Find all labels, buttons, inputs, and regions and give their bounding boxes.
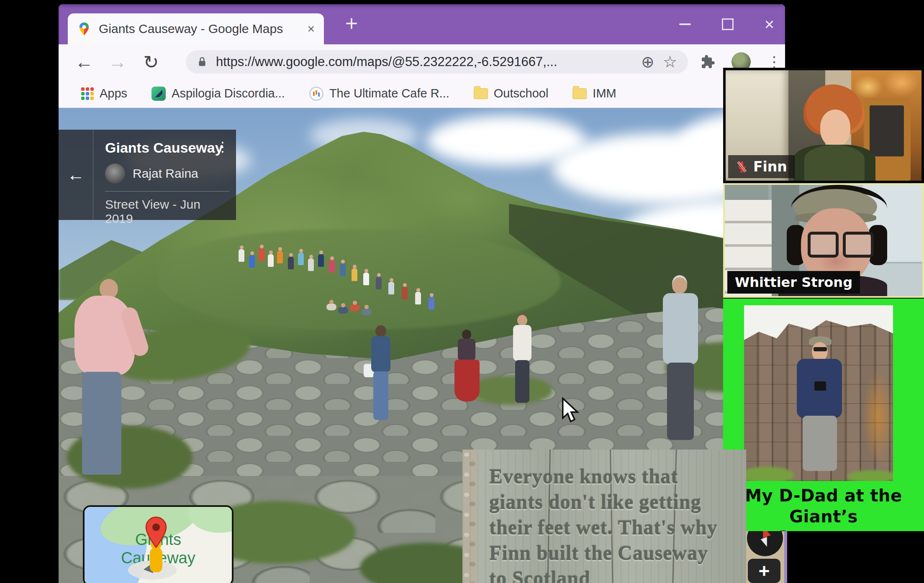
carved-sign-text: Everyone knows that giants don't like ge… <box>462 450 746 583</box>
bookmarks-bar: Apps Aspilogia Discordia... The Ultimate… <box>59 79 785 108</box>
lock-icon <box>197 56 208 68</box>
browser-window-edge <box>784 531 787 583</box>
sunglasses <box>814 347 827 351</box>
browser-tab[interactable]: Giants Causeway - Google Maps × <box>68 13 324 44</box>
person-right <box>657 277 703 449</box>
title-bar: Giants Causeway - Google Maps × + × <box>59 4 785 44</box>
cafe-site-icon <box>309 87 323 101</box>
participant-name-tag: Whittier Strong <box>727 271 860 294</box>
video-tile-green-screen[interactable]: My D-Dad at the Giant’s Causeway <box>723 298 924 531</box>
author-name: Rajat Raina <box>133 166 198 181</box>
minimize-icon[interactable] <box>679 23 691 25</box>
video-tile-finn[interactable]: Finn <box>723 68 924 183</box>
new-tab-button[interactable]: + <box>338 10 365 37</box>
forward-icon[interactable]: → <box>108 51 127 72</box>
bookmark-star-icon[interactable]: ☆ <box>663 53 677 71</box>
folder-icon <box>474 88 488 99</box>
carved-sign-image: Everyone knows that giants don't like ge… <box>462 450 746 583</box>
author-avatar <box>105 164 125 184</box>
url-text[interactable]: https://www.google.com/maps/@55.2322222,… <box>216 54 633 69</box>
bookmark-label: Aspilogia Discordia... <box>172 87 285 100</box>
map-parkland <box>188 505 234 533</box>
mic-muted-icon <box>736 160 748 174</box>
bookmark-folder[interactable]: Outschool <box>474 87 549 100</box>
person-walking <box>366 325 395 428</box>
window-controls: × <box>679 4 774 44</box>
bookmark-label: Apps <box>100 87 127 100</box>
bookmark-folder[interactable]: IMM <box>572 87 616 100</box>
map-pin-icon <box>142 516 170 550</box>
finn-shirt <box>793 145 875 183</box>
capture-date: Street View - Jun 2019 <box>105 197 229 226</box>
bookmark-label: IMM <box>593 87 616 100</box>
mini-map[interactable]: Giants Causeway <box>83 505 234 583</box>
participant-name: Whittier Strong <box>735 274 852 290</box>
glasses <box>808 232 874 258</box>
participant-name-tag: Finn <box>728 155 795 178</box>
bookmark-item[interactable]: Aspilogia Discordia... <box>151 87 285 101</box>
zoom-in-button[interactable]: + <box>748 559 780 583</box>
maximize-icon[interactable] <box>722 18 734 30</box>
place-title: Giants Causeway <box>105 140 229 156</box>
author-row: Rajat Raina <box>105 164 229 184</box>
divider <box>105 191 229 192</box>
apps-grid-icon <box>81 87 94 100</box>
back-icon[interactable]: ← <box>74 51 94 72</box>
person-red-skirt <box>452 330 482 403</box>
screen: Giants Causeway - Google Maps × + × ← → … <box>0 0 924 583</box>
tab-title: Giants Causeway - Google Maps <box>99 22 300 36</box>
participant-name: Finn <box>753 159 787 175</box>
bookmark-apps[interactable]: Apps <box>81 87 127 100</box>
mouse-cursor <box>562 397 582 425</box>
google-maps-favicon <box>77 22 91 36</box>
panel-menu-icon[interactable]: ⋮ <box>216 139 229 155</box>
finn-face <box>820 110 850 146</box>
bookmark-label: The Ultimate Cafe R... <box>329 87 449 100</box>
back-arrow-icon: ← <box>67 165 85 185</box>
back-button[interactable]: ← <box>59 130 93 220</box>
map-controls: + <box>746 531 785 583</box>
aspilogia-site-icon <box>151 87 166 101</box>
address-bar[interactable]: https://www.google.com/maps/@55.2322222,… <box>186 50 688 74</box>
extensions-puzzle-icon[interactable] <box>701 54 716 69</box>
person-pink-shirt <box>59 273 146 484</box>
camera <box>814 381 826 391</box>
browser-toolbar: ← → ↻ https://www.google.com/maps/@55.23… <box>59 44 785 79</box>
close-icon[interactable]: × <box>765 16 774 33</box>
bookmark-label: Outschool <box>494 87 549 100</box>
video-tile-whittier[interactable]: Whittier Strong <box>723 183 924 298</box>
reload-icon[interactable]: ↻ <box>141 51 161 73</box>
street-view-info-panel: ← Giants Causeway ⋮ Rajat Raina Street V… <box>59 130 236 220</box>
person-white-top <box>511 315 534 405</box>
photo-caption: My D-Dad at the Giant’s Causeway <box>723 485 924 531</box>
compass-icon[interactable] <box>747 531 783 556</box>
tab-close-icon[interactable]: × <box>307 23 315 35</box>
zoom-page-icon[interactable]: ⊕ <box>641 53 654 71</box>
ddad-photo <box>744 305 893 481</box>
ddad-pants <box>803 416 837 471</box>
folder-icon <box>572 88 587 99</box>
bookmark-item[interactable]: The Ultimate Cafe R... <box>309 87 449 101</box>
pegman-icon[interactable] <box>150 548 162 572</box>
